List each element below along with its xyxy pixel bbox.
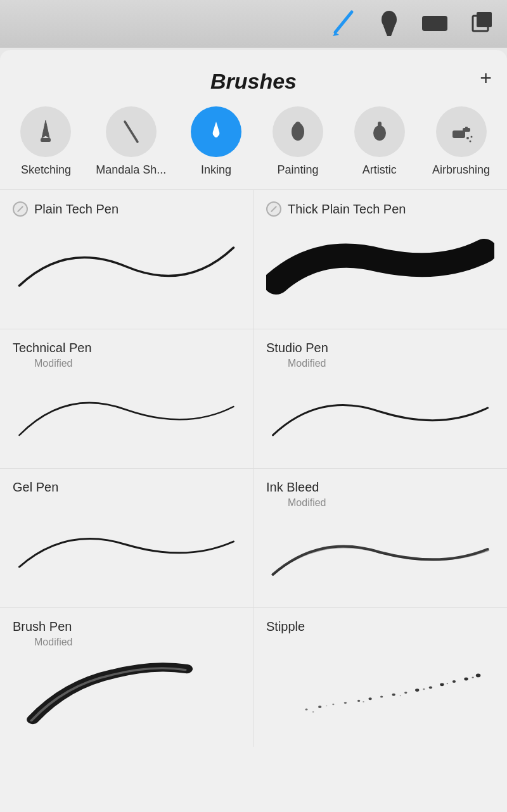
brush-name-row: Technical Pen	[13, 341, 92, 355]
brush-name-row: Stipple	[266, 619, 305, 634]
svg-point-18	[466, 137, 469, 139]
painting-label: Painting	[277, 163, 318, 177]
svg-point-40	[423, 688, 425, 690]
gel-pen-preview	[13, 497, 240, 592]
svg-point-2	[382, 11, 397, 29]
smudge-tool-button[interactable]	[375, 10, 403, 37]
panel-header: Brushes +	[0, 50, 507, 106]
svg-point-29	[404, 692, 407, 694]
brush-name-row: Thick Plain Tech Pen	[266, 201, 406, 217]
sketching-icon	[34, 119, 57, 144]
sidebar-item-painting[interactable]: Painting	[266, 106, 330, 177]
plain-tech-pen-preview	[13, 219, 240, 314]
studio-pen-preview	[266, 373, 494, 453]
svg-point-10	[214, 134, 218, 137]
sidebar-item-airbrushing[interactable]: Airbrushing	[430, 106, 493, 177]
svg-rect-15	[452, 130, 465, 138]
svg-point-36	[312, 711, 314, 713]
painting-icon	[286, 119, 309, 144]
brush-item-stipple[interactable]: Stipple	[254, 607, 507, 747]
airbrushing-label: Airbrushing	[432, 163, 490, 177]
add-brush-button[interactable]: +	[480, 68, 492, 88]
svg-marker-7	[42, 120, 49, 138]
svg-point-41	[447, 683, 449, 684]
svg-point-19	[470, 136, 472, 138]
svg-point-28	[392, 694, 395, 696]
brush-subtitle: Modified	[288, 497, 326, 509]
svg-point-31	[429, 687, 432, 689]
brush-name: Brush Pen	[13, 619, 72, 634]
sidebar-item-mandala[interactable]: Mandala Sh...	[96, 106, 166, 177]
svg-point-35	[476, 674, 480, 678]
no-entry-icon	[266, 201, 281, 217]
categories-row: Sketching Mandala Sh... Inking	[0, 106, 507, 189]
brush-item-gel-pen[interactable]: Gel Pen	[0, 468, 254, 607]
svg-point-23	[332, 704, 334, 705]
svg-rect-17	[465, 127, 468, 129]
brush-name: Gel Pen	[13, 480, 58, 495]
svg-point-34	[464, 678, 468, 681]
brush-item-brush-pen[interactable]: Brush Pen Modified	[0, 607, 254, 747]
brush-name-row: Brush Pen	[13, 619, 72, 634]
brush-item-thick-plain-tech-pen[interactable]: Thick Plain Tech Pen	[254, 189, 507, 329]
layers-button[interactable]	[466, 10, 494, 37]
brush-name: Technical Pen	[13, 341, 92, 355]
brush-name-row: Gel Pen	[13, 480, 58, 495]
svg-point-25	[357, 700, 360, 702]
svg-marker-1	[333, 32, 339, 36]
svg-point-24	[344, 702, 347, 704]
brush-subtitle: Modified	[34, 637, 72, 648]
svg-point-33	[452, 680, 456, 683]
artistic-label: Artistic	[363, 163, 397, 177]
brush-tool-button[interactable]	[330, 10, 357, 37]
svg-rect-14	[378, 122, 382, 129]
painting-icon-wrap	[273, 106, 323, 157]
inking-icon	[204, 119, 228, 144]
sidebar-item-artistic[interactable]: Artistic	[348, 106, 411, 177]
sidebar-item-inking[interactable]: Inking	[184, 106, 248, 177]
brush-name-row: Studio Pen	[266, 341, 328, 355]
thick-plain-tech-pen-preview	[266, 219, 494, 314]
svg-point-26	[368, 697, 371, 700]
svg-marker-3	[383, 26, 395, 36]
artistic-icon-wrap	[354, 106, 405, 157]
inking-icon-wrap	[191, 106, 241, 157]
brush-name: Thick Plain Tech Pen	[288, 202, 406, 217]
brush-item-ink-bleed[interactable]: Ink Bleed Modified	[254, 468, 507, 607]
brush-name: Studio Pen	[266, 341, 328, 355]
stipple-preview	[266, 637, 494, 732]
svg-line-0	[335, 12, 352, 32]
svg-rect-6	[477, 12, 492, 27]
brush-item-technical-pen[interactable]: Technical Pen Modified	[0, 329, 254, 468]
brush-pen-preview	[13, 652, 240, 732]
mandala-icon-wrap	[106, 106, 157, 157]
airbrushing-icon	[449, 119, 474, 144]
eraser-tool-button[interactable]	[421, 10, 449, 37]
svg-point-12	[295, 122, 301, 129]
airbrushing-icon-wrap	[436, 106, 487, 157]
svg-point-22	[318, 706, 321, 708]
brush-subtitle: Modified	[288, 358, 326, 369]
svg-point-39	[400, 695, 401, 697]
svg-point-42	[472, 676, 474, 678]
svg-point-32	[440, 683, 444, 686]
technical-pen-preview	[13, 373, 240, 453]
sketching-label: Sketching	[21, 163, 71, 177]
no-entry-icon	[13, 201, 28, 217]
svg-rect-8	[41, 138, 51, 142]
svg-point-37	[326, 706, 327, 707]
svg-point-38	[363, 701, 364, 702]
svg-point-27	[380, 695, 383, 697]
panel-title: Brushes	[210, 69, 297, 94]
brush-name-row: Ink Bleed	[266, 480, 319, 495]
svg-point-20	[469, 141, 471, 143]
brush-item-plain-tech-pen[interactable]: Plain Tech Pen	[0, 189, 254, 329]
toolbar	[0, 0, 507, 48]
svg-point-21	[305, 708, 307, 710]
sidebar-item-sketching[interactable]: Sketching	[14, 106, 77, 177]
brush-subtitle: Modified	[34, 358, 72, 369]
brush-name: Plain Tech Pen	[34, 202, 119, 217]
ink-bleed-preview	[266, 512, 494, 592]
sketching-icon-wrap	[20, 106, 71, 157]
brush-item-studio-pen[interactable]: Studio Pen Modified	[254, 329, 507, 468]
